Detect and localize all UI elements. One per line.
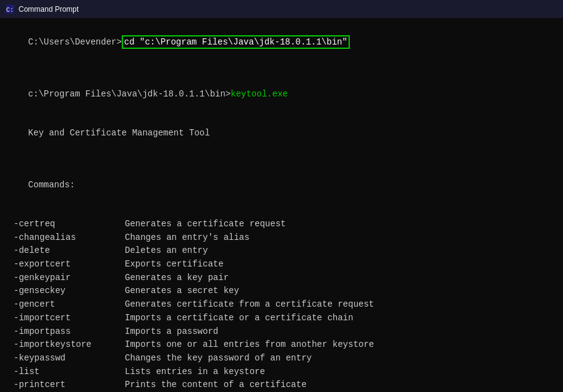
cmd-desc-genseckey: Generates a secret key <box>125 284 239 298</box>
cmd-desc-importcert: Imports a certificate or a certificate c… <box>125 312 353 325</box>
prompt-1: C:\Users\Devender> <box>28 37 122 47</box>
cmd-name-exportcert: -exportcert <box>14 258 125 271</box>
command-line-2: c:\Program Files\Java\jdk-18.0.1.1\bin>k… <box>7 75 556 114</box>
cmd-name-importkeystore: -importkeystore <box>14 338 125 352</box>
commands-label: Commands: <box>28 180 75 190</box>
cmd-row-genseckey: -genseckey Generates a secret key <box>14 284 556 298</box>
cmd-name-gencert: -gencert <box>14 298 125 312</box>
cmd-name-genseckey: -genseckey <box>14 284 125 298</box>
cmd-row-importpass: -importpass Imports a password <box>14 325 556 339</box>
cmd-desc-certreq: Generates a certificate request <box>125 218 286 231</box>
cmd-row-importkeystore: -importkeystore Imports one or all entri… <box>14 338 556 352</box>
command-highlight: cd "c:\Program Files\Java\jdk-18.0.1.1\b… <box>122 35 350 49</box>
cmd-desc-printcert: Prints the content of a certificate <box>125 378 307 392</box>
title-bar: C:\ Command Prompt <box>0 0 563 18</box>
cmd-name-certreq: -certreq <box>14 218 125 231</box>
cmd-row-gencert: -gencert Generates certificate from a ce… <box>14 298 556 312</box>
cmd-row-changealias: -changealias Changes an entry's alias <box>14 231 556 245</box>
cmd-name-changealias: -changealias <box>14 231 125 245</box>
cmd-name-printcert: -printcert <box>14 378 125 392</box>
cmd-row-delete: -delete Deletes an entry <box>14 244 556 258</box>
cmd-row-certreq: -certreq Generates a certificate request <box>14 218 556 231</box>
cmd-desc-list: Lists entries in a keystore <box>125 365 265 379</box>
command-line-1: C:\Users\Devender>cd "c:\Program Files\J… <box>7 23 556 62</box>
cmd-desc-importpass: Imports a password <box>125 325 218 339</box>
cmd-desc-gencert: Generates certificate from a certificate… <box>125 298 374 312</box>
commands-list: -certreq Generates a certificate request… <box>7 218 556 392</box>
cmd-name-genkeypair: -genkeypair <box>14 271 125 285</box>
cmd-desc-delete: Deletes an entry <box>125 244 208 258</box>
cmd-row-list: -list Lists entries in a keystore <box>14 365 556 379</box>
cmd-name-importpass: -importpass <box>14 325 125 339</box>
cmd-desc-exportcert: Exports certificate <box>125 258 224 271</box>
cmd-desc-importkeystore: Imports one or all entries from another … <box>125 338 374 352</box>
cmd-name-keypasswd: -keypasswd <box>14 352 125 365</box>
tagline-line: Key and Certificate Management Tool <box>7 114 556 153</box>
cmd-row-genkeypair: -genkeypair Generates a key pair <box>14 271 556 285</box>
cmd-name-delete: -delete <box>14 244 125 258</box>
title-bar-text: Command Prompt <box>19 5 78 14</box>
cmd-name-list: -list <box>14 365 125 379</box>
prompt-2: c:\Program Files\Java\jdk-18.0.1.1\bin> <box>28 89 231 99</box>
keytool-exe: keytool.exe <box>231 89 287 99</box>
cmd-desc-genkeypair: Generates a key pair <box>125 271 229 285</box>
cmd-desc-changealias: Changes an entry's alias <box>125 231 250 245</box>
cmd-icon: C:\ <box>5 4 15 14</box>
cmd-row-importcert: -importcert Imports a certificate or a c… <box>14 312 556 325</box>
cmd-row-exportcert: -exportcert Exports certificate <box>14 258 556 271</box>
cmd-row-printcert: -printcert Prints the content of a certi… <box>14 378 556 392</box>
cmd-desc-keypasswd: Changes the key password of an entry <box>125 352 311 365</box>
tagline-text: Key and Certificate Management Tool <box>28 128 210 138</box>
cmd-row-keypasswd: -keypasswd Changes the key password of a… <box>14 352 556 365</box>
terminal-body: C:\Users\Devender>cd "c:\Program Files\J… <box>0 18 563 392</box>
cmd-name-importcert: -importcert <box>14 312 125 325</box>
commands-label-line: Commands: <box>7 166 556 205</box>
svg-text:C:\: C:\ <box>6 7 14 14</box>
